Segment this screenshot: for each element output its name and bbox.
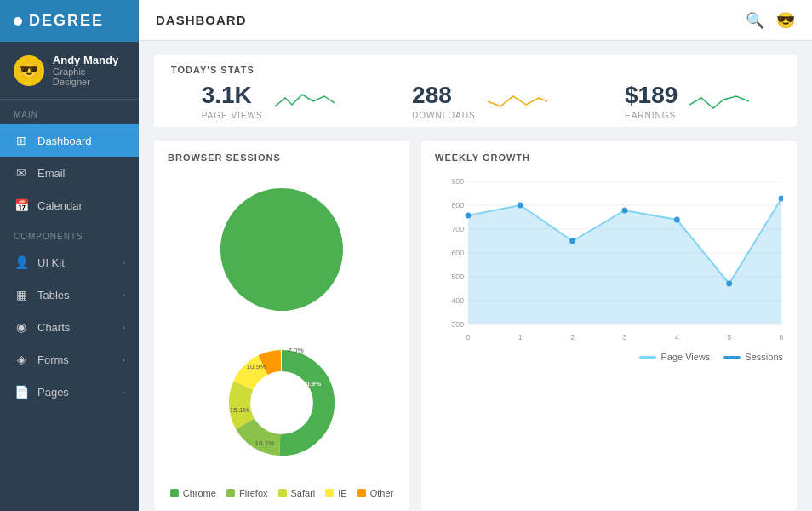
donut-container: 50.9% 16.1% 15.1% 10.9% 7.0% Chrome bbox=[168, 173, 396, 498]
sidebar-logo: DEGREE bbox=[0, 0, 139, 42]
sidebar-item-label: Pages bbox=[37, 386, 113, 399]
sidebar-item-label: Forms bbox=[37, 353, 113, 366]
svg-text:7.0%: 7.0% bbox=[288, 347, 303, 354]
sidebar-item-charts[interactable]: ◉ Charts › bbox=[0, 311, 139, 343]
sidebar-item-label: Tables bbox=[37, 289, 113, 301]
legend-safari: Safari bbox=[278, 488, 316, 498]
stats-items: 3.1K PAGE VIEWS 288 DOWNLOADS bbox=[154, 83, 797, 120]
legend-sessions: Sessions bbox=[723, 352, 783, 362]
sidebar-item-forms[interactable]: ◈ Forms › bbox=[0, 343, 139, 376]
svg-text:1: 1 bbox=[518, 333, 523, 342]
svg-text:10.9%: 10.9% bbox=[247, 363, 266, 370]
svg-text:900: 900 bbox=[451, 177, 464, 186]
legend-ie: IE bbox=[325, 488, 346, 498]
sidebar-item-label: Charts bbox=[37, 321, 113, 334]
logo-dot bbox=[14, 17, 22, 26]
donut-chart-svg: 50.9% 16.1% 15.1% 10.9% 7.0% bbox=[205, 326, 358, 479]
sidebar-item-label: Email bbox=[37, 167, 125, 180]
user-name: Andy Mandy bbox=[53, 54, 125, 66]
legend-chrome: Chrome bbox=[170, 488, 216, 498]
stat-name-downloads: DOWNLOADS bbox=[412, 111, 476, 120]
chevron-right-icon: › bbox=[122, 290, 125, 300]
topbar: DASHBOARD 🔍 😎 bbox=[139, 0, 812, 41]
section-label-main: Main bbox=[0, 100, 139, 124]
sidebar-item-calendar[interactable]: 📅 Calendar bbox=[0, 189, 139, 221]
svg-point-36 bbox=[622, 208, 628, 214]
stat-earnings: $189 EARNINGS bbox=[625, 83, 749, 120]
sidebar-user: 😎 Andy Mandy Graphic Designer bbox=[0, 42, 139, 100]
sidebar-item-tables[interactable]: ▦ Tables › bbox=[0, 278, 139, 311]
calendar-icon: 📅 bbox=[14, 198, 29, 213]
chevron-right-icon: › bbox=[122, 354, 125, 365]
chart-legend: Page Views Sessions bbox=[435, 352, 783, 362]
svg-text:0: 0 bbox=[466, 333, 471, 342]
stats-bar: TODAY'S STATS 3.1K PAGE VIEWS 288 DOWNLO… bbox=[154, 55, 797, 127]
stats-label: TODAY'S STATS bbox=[154, 65, 797, 83]
pages-icon: 📄 bbox=[14, 384, 29, 399]
svg-text:600: 600 bbox=[451, 249, 464, 257]
main-content: DASHBOARD 🔍 😎 TODAY'S STATS 3.1K PAGE VI… bbox=[139, 0, 812, 511]
legend-other: Other bbox=[357, 488, 394, 498]
svg-text:400: 400 bbox=[451, 296, 464, 305]
weekly-growth-card: WEEKLY GROWTH 900 800 700 bbox=[421, 141, 797, 510]
donut-legend: Chrome Firefox Safari IE bbox=[170, 488, 393, 498]
svg-text:16.1%: 16.1% bbox=[255, 439, 275, 447]
section-label-components: Components bbox=[0, 221, 139, 246]
sparkline-earnings bbox=[689, 89, 749, 115]
svg-text:700: 700 bbox=[451, 225, 464, 233]
weekly-growth-chart: 900 800 700 600 500 400 300 0 1 2 3 4 5 bbox=[435, 173, 783, 343]
tables-icon: ▦ bbox=[14, 287, 29, 302]
sidebar-item-label: Calendar bbox=[37, 199, 125, 212]
stat-value-downloads: 288 bbox=[412, 83, 476, 107]
svg-text:15.1%: 15.1% bbox=[230, 406, 249, 414]
stat-downloads: 288 DOWNLOADS bbox=[412, 83, 547, 120]
logo-text: DEGREE bbox=[29, 12, 104, 30]
stat-value-pageviews: 3.1K bbox=[202, 83, 263, 107]
stat-name-pageviews: PAGE VIEWS bbox=[202, 111, 263, 120]
legend-firefox: Firefox bbox=[226, 488, 268, 498]
sidebar-item-ui-kit[interactable]: 👤 UI Kit › bbox=[0, 246, 139, 278]
sidebar-item-dashboard[interactable]: ⊞ Dashboard bbox=[0, 124, 139, 157]
sidebar-item-label: UI Kit bbox=[37, 256, 113, 269]
svg-text:3: 3 bbox=[623, 333, 627, 342]
svg-text:500: 500 bbox=[451, 273, 464, 281]
svg-marker-32 bbox=[468, 198, 781, 324]
svg-point-33 bbox=[466, 213, 472, 219]
svg-text:6: 6 bbox=[780, 333, 783, 342]
page-title: DASHBOARD bbox=[156, 13, 247, 27]
content-area: TODAY'S STATS 3.1K PAGE VIEWS 288 DOWNLO… bbox=[139, 41, 812, 511]
charts-row: BROWSER SESSIONS bbox=[154, 141, 797, 510]
svg-text:800: 800 bbox=[451, 201, 464, 210]
svg-text:2: 2 bbox=[570, 333, 575, 342]
uikit-icon: 👤 bbox=[14, 255, 29, 270]
avatar: 😎 bbox=[14, 55, 44, 86]
search-icon[interactable]: 🔍 bbox=[746, 11, 764, 30]
svg-text:4: 4 bbox=[675, 333, 679, 342]
sidebar: DEGREE 😎 Andy Mandy Graphic Designer Mai… bbox=[0, 0, 139, 511]
legend-pageviews: Page Views bbox=[639, 352, 710, 362]
svg-point-35 bbox=[569, 238, 575, 244]
chevron-right-icon: › bbox=[122, 387, 125, 397]
stat-value-earnings: $189 bbox=[625, 83, 678, 107]
dashboard-icon: ⊞ bbox=[14, 133, 29, 148]
browser-sessions-title: BROWSER SESSIONS bbox=[168, 152, 396, 163]
svg-point-37 bbox=[674, 217, 680, 223]
forms-icon: ◈ bbox=[14, 352, 29, 367]
weekly-growth-title: WEEKLY GROWTH bbox=[435, 152, 783, 163]
user-role: Graphic Designer bbox=[53, 66, 125, 87]
svg-text:5: 5 bbox=[727, 333, 731, 342]
sidebar-item-label: Dashboard bbox=[37, 135, 125, 147]
stat-page-views: 3.1K PAGE VIEWS bbox=[202, 83, 335, 120]
user-avatar-icon[interactable]: 😎 bbox=[776, 11, 795, 30]
svg-point-34 bbox=[518, 203, 523, 209]
user-info: Andy Mandy Graphic Designer bbox=[53, 54, 125, 87]
sidebar-item-email[interactable]: ✉ Email bbox=[0, 157, 139, 189]
svg-text:300: 300 bbox=[451, 320, 464, 329]
email-icon: ✉ bbox=[14, 165, 29, 181]
browser-sessions-card: BROWSER SESSIONS bbox=[154, 141, 409, 510]
sidebar-item-pages[interactable]: 📄 Pages › bbox=[0, 376, 139, 408]
line-chart-container: 900 800 700 600 500 400 300 0 1 2 3 4 5 bbox=[435, 173, 783, 360]
charts-icon: ◉ bbox=[14, 319, 29, 335]
svg-text:50.9%: 50.9% bbox=[301, 380, 321, 388]
sparkline-downloads bbox=[488, 89, 547, 115]
